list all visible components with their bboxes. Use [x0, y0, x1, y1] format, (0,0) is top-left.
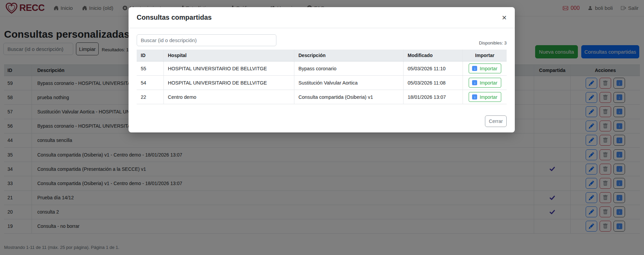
- modal-table-body: 55 HOSPITAL UNIVERSITARIO DE BELLVITGE B…: [137, 61, 507, 104]
- close-modal-button[interactable]: Cerrar: [485, 115, 507, 127]
- row-description: Bypass coronario: [294, 61, 404, 75]
- modal-header: Consultas compartidas ×: [129, 7, 515, 28]
- row-hospital: Centro demo: [164, 90, 294, 104]
- modal-footer: Cerrar: [485, 115, 507, 127]
- shared-queries-table: ID Hospital Descripción Modificado Impor…: [137, 50, 507, 104]
- import-button[interactable]: ↓ Importar: [469, 78, 501, 88]
- row-modified: 18/01/2026 13:07: [404, 90, 463, 104]
- row-id: 54: [137, 76, 164, 90]
- modal-header-hospital: Hospital: [164, 50, 294, 61]
- download-icon: ↓: [472, 94, 477, 99]
- available-count: Disponibles: 3: [479, 40, 507, 46]
- row-id: 22: [137, 90, 164, 104]
- row-modified: 05/03/2026 11:08: [404, 76, 463, 90]
- modal-title: Consultas compartidas: [137, 14, 212, 21]
- modal-header-modified: Modificado: [404, 50, 463, 61]
- modal-body: Disponibles: 3 ID Hospital Descripción M…: [129, 28, 515, 104]
- modal-header-description: Descripción: [294, 50, 404, 61]
- shared-query-row: 22 Centro demo Consulta compartida (Osib…: [137, 90, 507, 104]
- shared-queries-modal: Consultas compartidas × Disponibles: 3 I…: [129, 7, 515, 132]
- import-button[interactable]: ↓ Importar: [469, 92, 501, 102]
- row-id: 55: [137, 61, 164, 75]
- row-hospital: HOSPITAL UNIVERSITARIO DE BELLVITGE: [164, 76, 294, 90]
- row-import: ↓ Importar: [463, 61, 507, 75]
- row-description: Sustitución Valvular Aortica: [294, 76, 404, 90]
- row-import: ↓ Importar: [463, 76, 507, 90]
- modal-header-id: ID: [137, 50, 164, 61]
- row-import: ↓ Importar: [463, 90, 507, 104]
- import-button[interactable]: ↓ Importar: [469, 63, 501, 73]
- shared-query-row: 55 HOSPITAL UNIVERSITARIO DE BELLVITGE B…: [137, 61, 507, 76]
- download-icon: ↓: [472, 80, 477, 85]
- row-hospital: HOSPITAL UNIVERSITARIO DE BELLVITGE: [164, 61, 294, 75]
- modal-header-import: Importar: [463, 50, 507, 61]
- modal-search-input[interactable]: [137, 34, 276, 46]
- row-modified: 05/03/2026 11:10: [404, 61, 463, 75]
- modal-table-header: ID Hospital Descripción Modificado Impor…: [137, 50, 507, 61]
- app-screen: RECC Inicio Inicio (old) Mantenimiento E…: [0, 0, 644, 255]
- row-description: Consulta compartida (Osiberia) v1: [294, 90, 404, 104]
- shared-query-row: 54 HOSPITAL UNIVERSITARIO DE BELLVITGE S…: [137, 76, 507, 90]
- close-icon[interactable]: ×: [502, 14, 507, 22]
- download-icon: ↓: [472, 66, 477, 71]
